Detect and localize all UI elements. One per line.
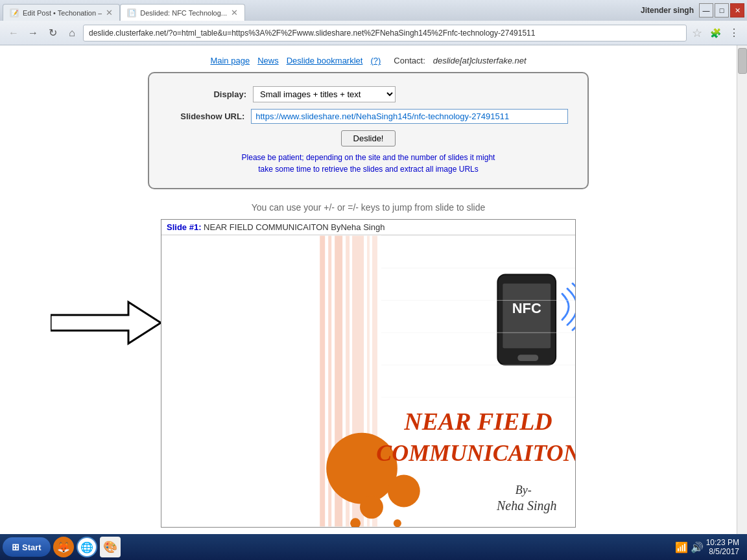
start-label: Start: [22, 542, 42, 552]
start-windows-icon: ⊞: [12, 542, 19, 552]
svg-rect-2: [320, 236, 325, 527]
url-label: Slideshow URL:: [169, 111, 244, 121]
svg-text:NEAR FIELD: NEAR FIELD: [403, 408, 552, 435]
minimize-button[interactable]: —: [699, 3, 713, 18]
display-label: Display:: [169, 89, 246, 99]
patience-line1: Please be patient; depending on the site…: [242, 153, 495, 162]
svg-point-10: [388, 475, 420, 508]
reload-button[interactable]: ↻: [44, 25, 61, 41]
page-content: Main page News Deslide bookmarklet (?) C…: [0, 45, 737, 534]
svg-text:COMMUNICAITON: COMMUNICAITON: [376, 440, 575, 466]
svg-text:NFC: NFC: [512, 300, 541, 316]
tab-1-favicon: 📝: [10, 8, 19, 18]
svg-point-11: [360, 495, 383, 519]
home-button[interactable]: ⌂: [64, 25, 80, 41]
bookmark-star-icon[interactable]: ☆: [689, 26, 705, 40]
main-page-link[interactable]: Main page: [210, 56, 250, 65]
display-select[interactable]: Small images + titles + text Large image…: [253, 86, 396, 102]
chrome-icon: 🌐: [80, 541, 93, 554]
tab-1[interactable]: 📝 Edit Post • Techonation – ✕: [3, 4, 120, 21]
slide-number: Slide #1:: [167, 222, 201, 232]
contact-label: Contact:: [394, 56, 425, 65]
tab-strip: 📝 Edit Post • Techonation – ✕ 📄 Deslided…: [3, 0, 635, 21]
arrow-indicator: [51, 297, 161, 351]
tab-1-title: Edit Post • Techonation –: [23, 9, 102, 17]
firefox-icon: 🦊: [57, 541, 70, 554]
nav-bar: ← → ↻ ⌂ ☆ 🧩 ⋮: [0, 21, 747, 45]
url-row: Slideshow URL:: [169, 109, 568, 124]
news-link[interactable]: News: [257, 56, 279, 65]
tab-1-close[interactable]: ✕: [106, 8, 113, 18]
network-icon[interactable]: 📶: [675, 541, 688, 554]
tab-2[interactable]: 📄 Deslided: NFC Technolog... ✕: [120, 4, 245, 21]
bookmarklet-q-link[interactable]: (?): [370, 56, 381, 65]
slide-container: Slide #1: NEAR FIELD COMMUNICAITON ByNeh…: [161, 219, 576, 528]
svg-text:Neha Singh: Neha Singh: [496, 498, 556, 513]
slide-title: NEAR FIELD COMMUNICAITON ByNeha Singh: [204, 222, 385, 232]
svg-rect-17: [517, 355, 538, 361]
start-button[interactable]: ⊞ Start: [3, 537, 51, 557]
clock-time: 10:23 PM: [706, 538, 739, 547]
taskbar: ⊞ Start 🦊 🌐 🎨 📶 🔊 10:23 PM 8/5/2017: [0, 534, 747, 560]
taskbar-paint-icon[interactable]: 🎨: [100, 537, 121, 557]
slide-header: Slide #1: NEAR FIELD COMMUNICAITON ByNeh…: [161, 220, 575, 235]
taskbar-firefox-icon[interactable]: 🦊: [53, 537, 74, 557]
url-input[interactable]: [251, 109, 568, 124]
bookmarklet-link[interactable]: Deslide bookmarklet: [287, 56, 363, 65]
tab-2-close[interactable]: ✕: [231, 8, 238, 18]
extensions-icon[interactable]: 🧩: [707, 28, 724, 38]
close-button[interactable]: ✕: [730, 3, 744, 18]
tab-2-favicon: 📄: [127, 8, 136, 18]
user-info: Jitender singh: [635, 6, 699, 15]
scrollbar[interactable]: [737, 45, 747, 534]
deslide-button[interactable]: Deslide!: [341, 130, 396, 146]
site-nav: Main page News Deslide bookmarklet (?) C…: [210, 45, 526, 72]
contact-email: deslide[at]clusterfake.net: [433, 56, 527, 65]
form-box: Display: Small images + titles + text La…: [148, 72, 589, 189]
patience-text: Please be patient; depending on the site…: [169, 152, 568, 175]
title-bar: 📝 Edit Post • Techonation – ✕ 📄 Deslided…: [0, 0, 747, 21]
patience-line2: take some time to retrieve the slides an…: [258, 165, 478, 174]
svg-marker-0: [51, 302, 161, 344]
back-button[interactable]: ←: [5, 25, 22, 41]
forward-button[interactable]: →: [25, 25, 42, 41]
maximize-button[interactable]: □: [715, 3, 729, 18]
clock-date: 8/5/2017: [706, 547, 739, 556]
taskbar-chrome-icon[interactable]: 🌐: [77, 537, 97, 557]
instruction-text: You can use your +/- or =/- keys to jump…: [252, 202, 486, 213]
slide-image: NFC NEAR FIELD COMMUNICAITON By-: [161, 235, 575, 527]
tab-2-title: Deslided: NFC Technolog...: [140, 9, 227, 17]
scroll-thumb[interactable]: [738, 48, 747, 74]
window-controls: — □ ✕: [699, 3, 744, 18]
speaker-icon[interactable]: 🔊: [691, 541, 704, 554]
slide-svg: NFC NEAR FIELD COMMUNICAITON By-: [161, 235, 575, 527]
menu-icon[interactable]: ⋮: [726, 27, 742, 39]
display-row: Display: Small images + titles + text La…: [169, 86, 568, 102]
paint-icon: 🎨: [103, 540, 117, 554]
taskbar-system-icons: 📶 🔊: [675, 541, 704, 554]
svg-text:By-: By-: [516, 484, 532, 496]
address-bar[interactable]: [83, 25, 687, 41]
taskbar-clock: 10:23 PM 8/5/2017: [706, 538, 744, 556]
svg-point-13: [394, 519, 401, 527]
